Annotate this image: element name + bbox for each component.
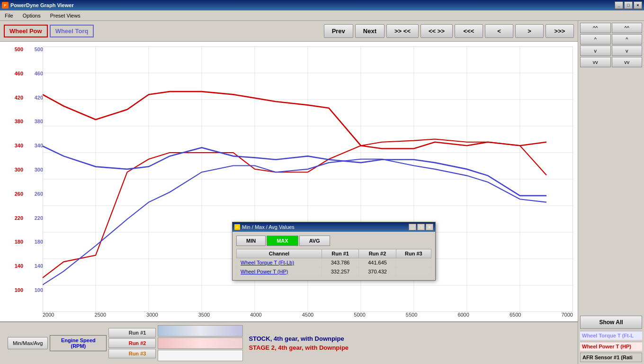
row2-run3 <box>396 267 431 276</box>
x-5500: 5500 <box>406 312 417 318</box>
tab-avg[interactable]: AVG <box>299 236 330 246</box>
app-title: PowerDyne Graph Viewer <box>10 2 74 8</box>
channel-afr-label[interactable]: AFR Sensor #1 (Rati <box>580 353 642 362</box>
prev-button[interactable]: Prev <box>324 24 353 38</box>
chart-area: 500 460 420 380 340 300 260 220 180 140 … <box>0 42 578 364</box>
chart-container: 500 460 420 380 340 300 260 220 180 140 … <box>0 42 578 321</box>
x-axis: 2000 2500 3000 3500 4000 4500 5000 5500 … <box>43 312 573 318</box>
scroll-down-down-left[interactable]: vv <box>580 57 611 67</box>
col-run1: Run #1 <box>322 249 358 258</box>
run3-label[interactable]: Run #3 <box>108 349 156 358</box>
tab-wheel-power[interactable]: Wheel Pow <box>4 25 48 37</box>
y-right-260: 260 <box>35 191 43 197</box>
modal-close[interactable]: × <box>426 224 433 230</box>
y-right-180: 180 <box>35 239 43 245</box>
menu-preset-views[interactable]: Preset Views <box>47 12 83 19</box>
scroll-up-up-right[interactable]: ^^ <box>612 23 643 33</box>
x-4500: 4500 <box>302 312 313 318</box>
x-6500: 6500 <box>510 312 521 318</box>
modal-minimize[interactable]: _ <box>409 224 416 230</box>
x-7000: 7000 <box>561 312 572 318</box>
llrr-button[interactable]: << >> <box>420 24 453 38</box>
left-button[interactable]: < <box>485 24 513 38</box>
row1-run1: 343.786 <box>322 258 358 267</box>
row2-run2: 370.432 <box>359 267 396 276</box>
right-button[interactable]: > <box>515 24 544 38</box>
scroll-down-down-right[interactable]: vv <box>612 57 643 67</box>
scroll-down-left[interactable]: v <box>580 46 611 56</box>
scroll-down-right[interactable]: v <box>612 46 643 56</box>
minmaxavg-button[interactable]: Min/Max/Avg <box>8 337 48 349</box>
x-6000: 6000 <box>457 312 469 318</box>
y-right-460: 460 <box>35 71 43 76</box>
x-3000: 3000 <box>146 312 158 318</box>
y-right-380: 380 <box>35 118 43 124</box>
scroll-down-row: v v <box>580 46 642 56</box>
row2-channel[interactable]: Wheel Power T (HP) <box>237 267 322 276</box>
modal-title: Min / Max / Avg Values <box>242 224 295 230</box>
menu-bar: File Options Preset Views <box>0 10 644 21</box>
row1-channel[interactable]: Wheel Torque T (Ft-Lb) <box>237 258 322 267</box>
minimize-button[interactable]: _ <box>615 1 623 9</box>
swatches-column <box>158 325 243 361</box>
next-button[interactable]: Next <box>355 24 385 38</box>
maximize-button[interactable]: □ <box>624 1 633 9</box>
engine-speed-label: Engine Speed (RPM) <box>50 335 107 351</box>
run3-swatch <box>158 350 243 361</box>
left-area: Wheel Pow Wheel Torq Prev Next >> << << … <box>0 21 578 364</box>
bottom-bar: Min/Max/Avg Engine Speed (RPM) Run #1 Ru… <box>0 321 578 364</box>
x-3500: 3500 <box>198 312 210 318</box>
run1-swatch <box>158 325 243 337</box>
scroll-up-right[interactable]: ^ <box>612 34 643 45</box>
runs-column: Run #1 Run #2 Run #3 <box>108 328 156 358</box>
y-right-220: 220 <box>35 215 43 221</box>
col-run2: Run #2 <box>359 249 396 258</box>
right-panel: ^^ ^^ ^ ^ v v vv vv Show All Wheel Torqu… <box>578 21 644 364</box>
app-icon: P <box>2 2 9 9</box>
close-button[interactable]: × <box>634 1 642 9</box>
tab-wheel-torque[interactable]: Wheel Torq <box>50 25 94 37</box>
tab-max[interactable]: MAX <box>267 236 298 246</box>
title-bar: P PowerDyne Graph Viewer _ □ × <box>0 0 644 10</box>
run2-description: STAGE 2, 4th gear, with Downpipe <box>249 344 349 351</box>
main-container: Wheel Pow Wheel Torq Prev Next >> << << … <box>0 21 644 364</box>
modal-maximize[interactable]: □ <box>417 224 425 230</box>
scroll-top-row: ^^ ^^ <box>580 23 642 33</box>
menu-options[interactable]: Options <box>20 12 44 19</box>
row1-run2: 441.645 <box>359 258 396 267</box>
x-2500: 2500 <box>95 312 106 318</box>
toolbar: Wheel Pow Wheel Torq Prev Next >> << << … <box>0 21 578 42</box>
run2-swatch <box>158 337 243 349</box>
modal-window: ≡ Min / Max / Avg Values _ □ × MIN MAX <box>232 222 436 281</box>
rrr-button[interactable]: >>> <box>546 24 574 38</box>
y-right-140: 140 <box>35 263 43 269</box>
scroll-up-row: ^ ^ <box>580 34 642 45</box>
channel-torque-label[interactable]: Wheel Torque T (Ft-L <box>580 331 642 340</box>
power-run1-line <box>43 146 546 196</box>
modal-body: MIN MAX AVG Channel Run #1 Run #2 Run #3 <box>233 232 435 280</box>
tab-min[interactable]: MIN <box>236 236 266 246</box>
run1-description: STOCK, 4th gear, with Downpipe <box>249 335 349 342</box>
torque-run2-line <box>43 91 546 148</box>
show-all-button[interactable]: Show All <box>580 316 642 329</box>
rrll-button[interactable]: >> << <box>386 24 419 38</box>
channel-power-label[interactable]: Wheel Power T (HP) <box>580 342 642 351</box>
menu-file[interactable]: File <box>2 12 16 19</box>
y-right-300: 300 <box>35 167 43 173</box>
lll-button[interactable]: <<< <box>455 24 483 38</box>
run1-label[interactable]: Run #1 <box>108 328 156 337</box>
scroll-up-left[interactable]: ^ <box>580 34 611 45</box>
row1-run3 <box>396 258 431 267</box>
description-column: STOCK, 4th gear, with Downpipe STAGE 2, … <box>249 335 349 351</box>
scroll-bottom-row: vv vv <box>580 57 642 67</box>
table-row: Wheel Power T (HP) 332.257 370.432 <box>237 267 431 276</box>
run2-label[interactable]: Run #2 <box>108 338 156 348</box>
table-row: Wheel Torque T (Ft-Lb) 343.786 441.645 <box>237 258 431 267</box>
modal-icon: ≡ <box>234 224 240 230</box>
col-channel: Channel <box>237 249 322 258</box>
x-2000: 2000 <box>43 312 54 318</box>
scroll-up-up-left[interactable]: ^^ <box>580 23 611 33</box>
y-axis-right: 500 460 420 380 340 300 260 220 180 140 … <box>22 46 43 293</box>
modal-title-bar[interactable]: ≡ Min / Max / Avg Values _ □ × <box>233 222 435 232</box>
col-run3: Run #3 <box>396 249 431 258</box>
